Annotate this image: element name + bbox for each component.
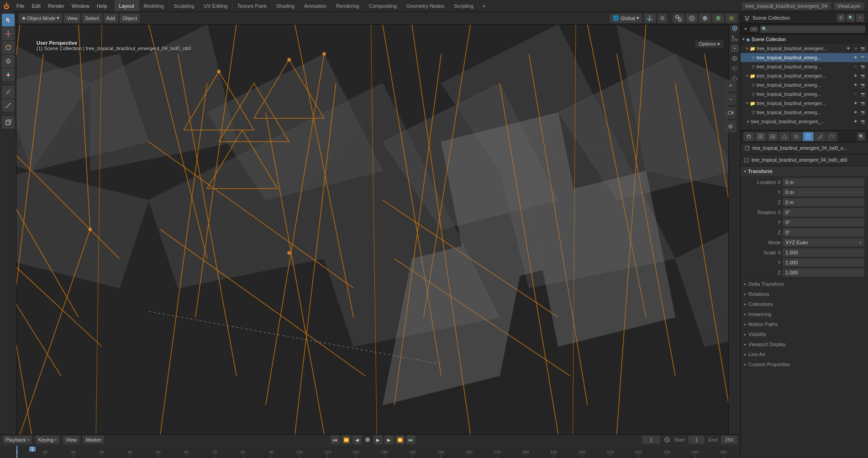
next-keyframe-btn[interactable]: ▶ bbox=[384, 435, 394, 444]
outliner-item-1[interactable]: ▽ tree_tropical_brazilnut_emergent_0 👁 📷 bbox=[741, 53, 868, 62]
custom-properties-section[interactable]: ▸ Custom Properties bbox=[741, 359, 868, 369]
keying-menu[interactable]: Keying ▾ bbox=[36, 436, 60, 444]
render-vis-icon[interactable]: 📷 bbox=[860, 100, 866, 106]
add-menu[interactable]: Add bbox=[104, 14, 118, 23]
relations-section[interactable]: ▸ Relations bbox=[741, 289, 868, 299]
start-frame-input[interactable]: 1 bbox=[688, 436, 705, 444]
prop-search-btn[interactable]: 🔍 bbox=[857, 132, 865, 141]
prop-tab-modifier[interactable] bbox=[815, 132, 826, 141]
object-menu[interactable]: Object bbox=[120, 14, 140, 23]
timeline-ruler[interactable]: 1 01020304050607080901001101201301401501… bbox=[0, 446, 740, 458]
select-vis-icon[interactable]: ⊕ bbox=[852, 45, 859, 52]
scene-collection-root[interactable]: ▾ ◉ Scene Collection bbox=[741, 35, 868, 44]
outliner-item-4[interactable]: ▽ tree_tropical_brazilnut_emergent_0 👁 📷 bbox=[741, 80, 868, 89]
frame-cursor[interactable]: 1 bbox=[16, 446, 17, 458]
object-mode-selector[interactable]: ◈ Object Mode ▾ bbox=[19, 14, 62, 23]
instancing-section[interactable]: ▸ Instancing bbox=[741, 309, 868, 319]
prop-tab-particles[interactable] bbox=[826, 132, 837, 141]
viewport-display-section[interactable]: ▸ Viewport Display bbox=[741, 339, 868, 349]
next-frame-btn[interactable]: ⏩ bbox=[395, 435, 405, 444]
filter-all[interactable]: All bbox=[750, 26, 758, 32]
location-x-input[interactable]: 0 m bbox=[783, 178, 864, 186]
proportional-edit[interactable]: ⊙ bbox=[658, 14, 667, 23]
eye-vis-icon[interactable]: 👁 bbox=[852, 118, 859, 125]
outliner-item-7[interactable]: ▽ tree_tropical_brazilnut_emergent_0 👁 📷 bbox=[741, 108, 868, 117]
render-vis-icon[interactable]: 📷 bbox=[860, 91, 866, 97]
location-y-input[interactable]: 0 m bbox=[783, 188, 864, 196]
outliner-item-6[interactable]: ▾ 📁 tree_tropical_brazilnut_emergent_04_… bbox=[741, 99, 868, 108]
prop-tab-render[interactable] bbox=[743, 132, 754, 141]
viewport-container[interactable]: ◈ Object Mode ▾ View Select Add Object 🌐… bbox=[16, 12, 740, 434]
outliner-search-bar[interactable]: 🔍 bbox=[760, 26, 865, 33]
tab-animation[interactable]: Animation bbox=[300, 0, 331, 11]
render-vis-icon[interactable]: 📷 bbox=[860, 109, 866, 116]
prop-tab-view-layer[interactable] bbox=[767, 132, 778, 141]
marker-menu[interactable]: Marker bbox=[83, 436, 104, 444]
outliner-search-toggle[interactable]: 🔍 bbox=[847, 14, 855, 22]
eye-vis-icon[interactable]: 👁 bbox=[852, 109, 859, 116]
menu-window[interactable]: Window bbox=[68, 0, 93, 11]
shading-solid-btn[interactable] bbox=[699, 14, 711, 23]
prop-tab-scene[interactable] bbox=[779, 132, 790, 141]
tab-compositing[interactable]: Compositing bbox=[364, 0, 402, 11]
outliner-item-5[interactable]: ▽ tree_tropical_brazilnut_emergent_0 👁 📷 bbox=[741, 89, 868, 99]
outliner-item-8[interactable]: ✦ tree_tropical_brazilnut_emergent_04_ar… bbox=[741, 117, 868, 126]
zoom-in-btn[interactable]: + bbox=[725, 79, 736, 91]
eye-vis-icon[interactable]: 👁 bbox=[845, 45, 852, 52]
measure-tool[interactable] bbox=[2, 99, 15, 112]
prev-frame-btn[interactable]: ⏪ bbox=[342, 435, 351, 444]
overlay-btn[interactable] bbox=[673, 14, 684, 23]
view-menu[interactable]: View bbox=[64, 14, 80, 23]
add-workspace-button[interactable]: + bbox=[479, 2, 489, 10]
transform-section-header[interactable]: ▾ Transform bbox=[741, 166, 868, 176]
transform-global-selector[interactable]: 🌐 Global ▾ bbox=[610, 14, 642, 23]
tab-texture-paint[interactable]: Texture Paint bbox=[232, 0, 271, 11]
menu-file[interactable]: File bbox=[13, 0, 28, 11]
playback-menu[interactable]: Playback ▾ bbox=[3, 436, 32, 444]
rotate-tool[interactable] bbox=[2, 41, 15, 54]
snap-selector[interactable]: ⚓ bbox=[644, 14, 656, 23]
location-z-input[interactable]: 0 m bbox=[783, 198, 864, 206]
prop-tab-output[interactable] bbox=[755, 132, 766, 141]
menu-render[interactable]: Render bbox=[44, 0, 68, 11]
collections-section[interactable]: ▸ Collections bbox=[741, 299, 868, 309]
delta-transform-section[interactable]: ▸ Delta Transform bbox=[741, 279, 868, 289]
outliner-item-3[interactable]: ▾ 📁 tree_tropical_brazilnut_emergent_04_… bbox=[741, 71, 868, 80]
render-vis-icon[interactable]: 📷 bbox=[860, 63, 866, 70]
shading-rendered-btn[interactable] bbox=[726, 14, 737, 23]
properties-icon[interactable] bbox=[730, 24, 739, 33]
play-btn[interactable]: ▶ bbox=[374, 435, 383, 444]
scale-y-input[interactable]: 1.000 bbox=[783, 258, 864, 267]
scale-x-input[interactable]: 1.000 bbox=[783, 248, 864, 257]
outliner-filter-btn[interactable]: ☰ bbox=[837, 14, 845, 22]
menu-edit[interactable]: Edit bbox=[28, 0, 44, 11]
annotate-tool[interactable] bbox=[2, 85, 15, 98]
select-menu[interactable]: Select bbox=[82, 14, 102, 23]
menu-help[interactable]: Help bbox=[93, 0, 111, 11]
tab-geometry-nodes[interactable]: Geometry Nodes bbox=[402, 0, 449, 11]
visibility-section[interactable]: ▸ Visibility bbox=[741, 329, 868, 339]
options-button[interactable]: Options ▾ bbox=[695, 40, 724, 48]
jump-start-btn[interactable]: ⏮ bbox=[331, 435, 340, 444]
outliner-new-collection[interactable]: + bbox=[856, 14, 864, 22]
tab-scripting[interactable]: Scripting bbox=[449, 0, 479, 11]
scene-selector[interactable]: tree_tropical_brazilnut_emergent_04 bbox=[742, 2, 831, 10]
tab-modeling[interactable]: Modeling bbox=[139, 0, 169, 11]
scale-tool[interactable] bbox=[2, 55, 15, 68]
particles-icon[interactable] bbox=[730, 64, 739, 73]
view-layer-selector[interactable]: ViewLayer bbox=[834, 2, 864, 10]
view-menu-timeline[interactable]: View bbox=[63, 436, 79, 444]
cursor-tool[interactable] bbox=[2, 14, 15, 26]
world-icon[interactable] bbox=[730, 54, 739, 63]
tab-shading[interactable]: Shading bbox=[272, 0, 300, 11]
render-vis-icon[interactable]: 📷 bbox=[860, 82, 866, 88]
eye-vis-icon[interactable]: 👁 bbox=[852, 73, 859, 79]
tab-uv-editing[interactable]: UV Editing bbox=[199, 0, 232, 11]
move-tool[interactable] bbox=[2, 27, 15, 40]
end-frame-input[interactable]: 250 bbox=[721, 436, 737, 444]
current-frame-input[interactable]: 1 bbox=[642, 436, 660, 444]
rotation-x-input[interactable]: 0° bbox=[783, 208, 864, 216]
xray-btn[interactable] bbox=[686, 14, 698, 23]
prev-keyframe-btn[interactable]: ◀ bbox=[352, 435, 362, 444]
shading-material-btn[interactable] bbox=[712, 14, 724, 23]
